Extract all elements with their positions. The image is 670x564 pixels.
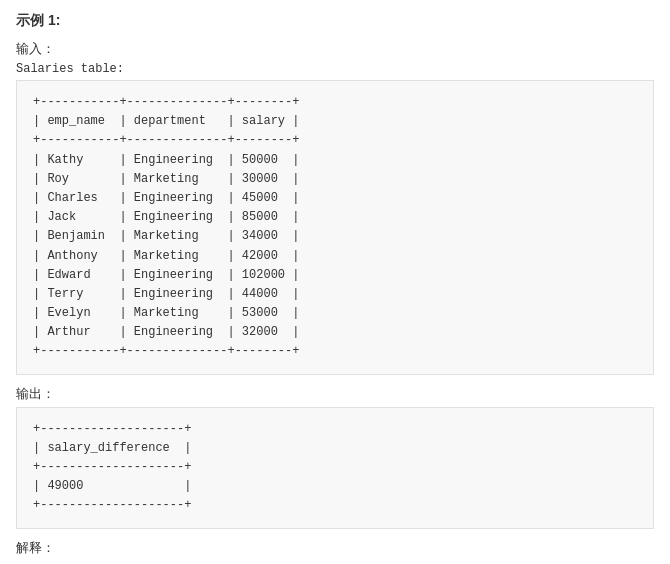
output-label: 输出： [16,385,654,403]
input-desc: Salaries table: [16,62,654,76]
salaries-table: +-----------+--------------+--------+ | … [16,80,654,375]
section-title: 示例 1: [16,12,654,30]
explanation-label: 解释： [16,539,654,557]
output-table: +--------------------+ | salary_differen… [16,407,654,529]
input-label: 输入： [16,40,654,58]
